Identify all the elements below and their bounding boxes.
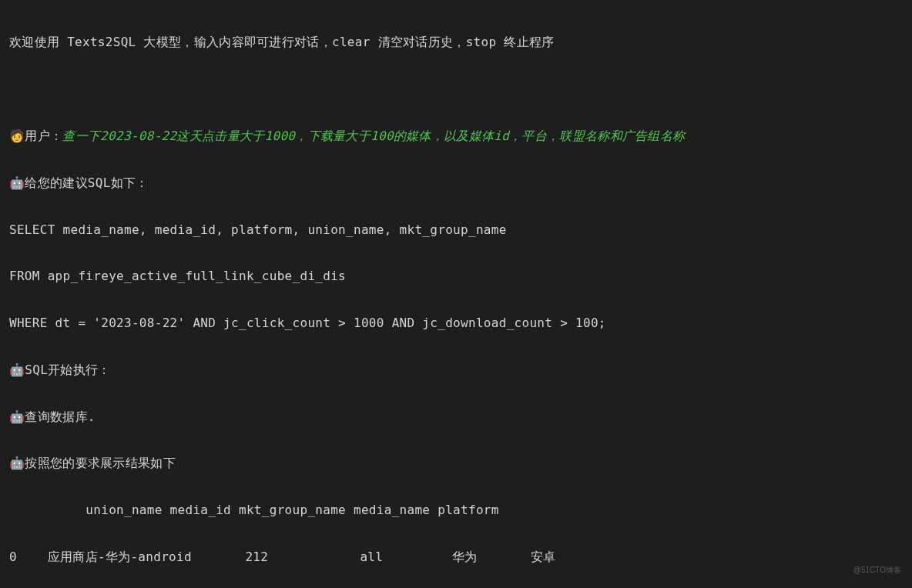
watermark: @51CTO博客 — [853, 563, 901, 577]
bot-emoji: 🤖 — [9, 409, 25, 424]
sql-line-2: FROM app_fireye_active_full_link_cube_di… — [9, 265, 903, 288]
table-header: union_name media_id mkt_group_name media… — [9, 499, 903, 522]
bot-emoji: 🤖 — [9, 456, 25, 470]
blank-line — [9, 78, 903, 101]
sql-exec-text: SQL开始执行： — [25, 362, 110, 377]
sql-exec-line: 🤖SQL开始执行： — [9, 359, 903, 382]
sql-suggest-text: 给您的建议SQL如下： — [25, 175, 148, 190]
sql-line-1: SELECT media_name, media_id, platform, u… — [9, 219, 903, 242]
bot-emoji: 🤖 — [9, 362, 25, 377]
user-label: 用户： — [25, 129, 62, 143]
welcome-message: 欢迎使用 Texts2SQL 大模型，输入内容即可进行对话，clear 清空对话… — [9, 31, 903, 54]
query-db-text: 查询数据库. — [25, 409, 95, 424]
table-row: 0 应用商店-华为-android 212 all 华为 安卓 — [9, 546, 903, 569]
query-db-line: 🤖查询数据库. — [9, 406, 903, 429]
user-emoji: 🧑 — [9, 129, 25, 143]
terminal-output: 欢迎使用 Texts2SQL 大模型，输入内容即可进行对话，clear 清空对话… — [9, 8, 903, 588]
sql-line-3: WHERE dt = '2023-08-22' AND jc_click_cou… — [9, 312, 903, 335]
show-result-line: 🤖按照您的要求展示结果如下 — [9, 452, 903, 475]
sql-suggest-line: 🤖给您的建议SQL如下： — [9, 172, 903, 195]
bot-emoji: 🤖 — [9, 175, 25, 190]
show-result-text: 按照您的要求展示结果如下 — [25, 456, 176, 470]
user-prompt-line: 🧑用户：查一下2023-08-22这天点击量大于1000，下载量大于100的媒体… — [9, 125, 903, 148]
user-query: 查一下2023-08-22这天点击量大于1000，下载量大于100的媒体，以及媒… — [62, 129, 685, 143]
